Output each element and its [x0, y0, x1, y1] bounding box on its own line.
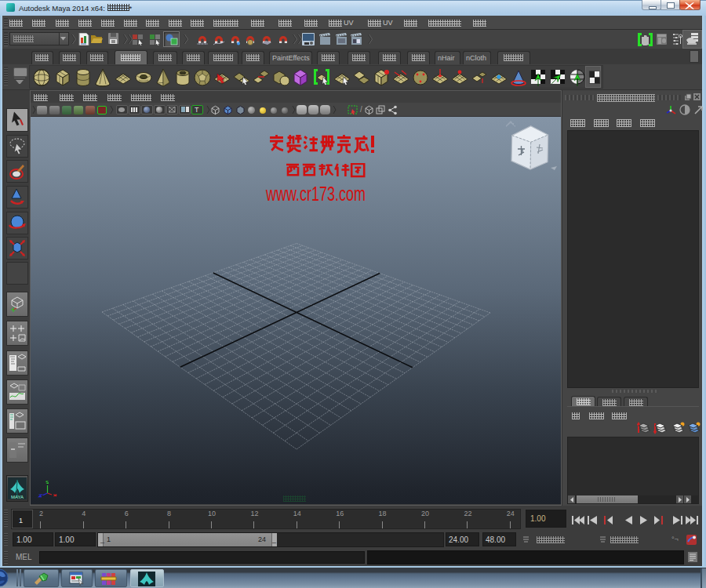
svg-text:MAYA: MAYA	[11, 495, 24, 499]
